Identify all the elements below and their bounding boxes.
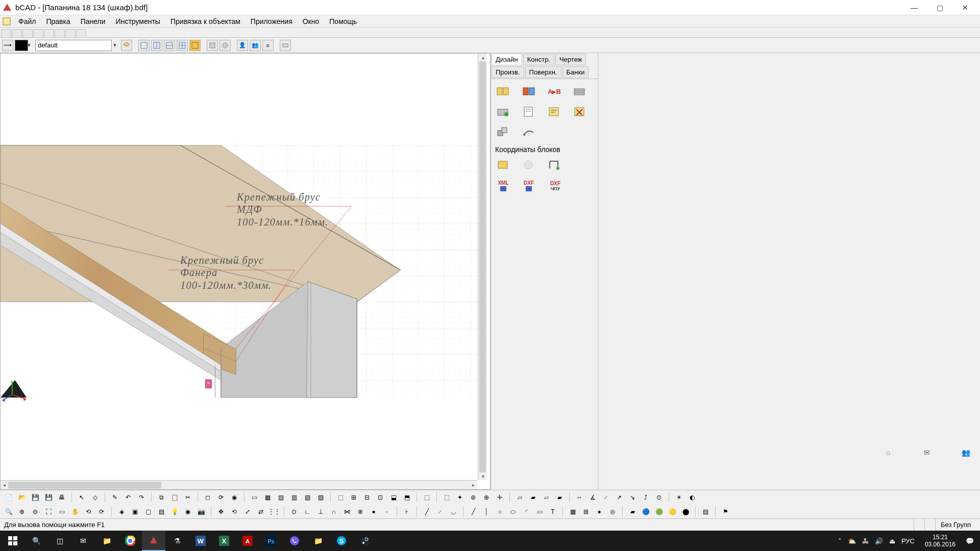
line-icon[interactable]: ╱ — [421, 506, 432, 517]
layer-icon[interactable]: ▰ — [554, 492, 565, 503]
flag-icon[interactable]: ⚑ — [720, 506, 731, 517]
select-icon[interactable]: ⬚ — [441, 492, 452, 503]
box-icon[interactable]: ▥ — [288, 492, 300, 503]
menu-help[interactable]: Помощь — [324, 16, 362, 27]
side-panel-scrollbar[interactable] — [598, 53, 607, 490]
rotate-icon[interactable]: ⟳ — [96, 506, 107, 517]
snap-icon[interactable]: ◦ — [381, 506, 393, 517]
render-button[interactable] — [207, 40, 218, 51]
view-top-icon[interactable]: ▣ — [129, 506, 140, 517]
panel-tab-drawing[interactable]: Чертеж — [555, 54, 586, 65]
vertical-scrollbar[interactable]: ▴ ▾ — [478, 54, 487, 480]
view-icon[interactable]: ◉ — [182, 506, 193, 517]
linetype-button[interactable]: ⟶ — [2, 40, 13, 51]
menu-snap[interactable]: Привязка к объектам — [165, 16, 246, 27]
select-icon[interactable]: ⊕ — [481, 492, 492, 503]
app-icon[interactable]: ⚗ — [165, 531, 189, 551]
pan-icon[interactable]: ✋ — [69, 506, 81, 517]
text-icon[interactable]: T — [547, 506, 558, 517]
task-view-icon[interactable]: ◫ — [48, 531, 71, 551]
grid-icon[interactable]: ▦ — [567, 506, 578, 517]
view-button[interactable] — [151, 40, 162, 51]
open-file-icon[interactable]: 📂 — [16, 492, 28, 503]
view-button[interactable] — [189, 40, 201, 51]
home-icon[interactable]: ⌂ — [881, 447, 895, 458]
pencil-icon[interactable]: ✎ — [109, 492, 120, 503]
scroll-left-arrow-icon[interactable]: ◂ — [1, 481, 8, 490]
doc-tab[interactable] — [22, 29, 33, 37]
camera-icon[interactable]: 📷 — [195, 506, 207, 517]
tool-button[interactable] — [495, 158, 511, 172]
dim-icon[interactable]: ↘ — [627, 492, 638, 503]
tool-button[interactable] — [521, 105, 537, 119]
snap-icon[interactable]: ⋈ — [341, 506, 353, 517]
dim-icon[interactable]: ↗ — [614, 492, 625, 503]
chrome-icon[interactable] — [118, 531, 142, 551]
view-side-icon[interactable]: ▤ — [156, 506, 167, 517]
line-icon[interactable]: │ — [481, 506, 492, 517]
tool-button[interactable] — [546, 158, 562, 172]
view-iso-icon[interactable]: ◈ — [116, 506, 127, 517]
menu-tools[interactable]: Инструменты — [111, 16, 165, 27]
panel-tab-surf[interactable]: Поверхн. — [525, 66, 561, 78]
polyline-icon[interactable]: ⟋ — [434, 506, 446, 517]
tool-button[interactable] — [521, 84, 537, 98]
snap-icon[interactable]: ⊙ — [288, 506, 300, 517]
tray-network-icon[interactable]: 🖧 — [862, 537, 869, 545]
save-all-icon[interactable]: 💾 — [43, 492, 54, 503]
snap-icon[interactable]: ∩ — [328, 506, 339, 517]
view-button[interactable] — [177, 40, 188, 51]
save-icon[interactable]: 💾 — [30, 492, 41, 503]
rotate-icon[interactable]: ⟲ — [83, 506, 94, 517]
light-icon[interactable]: ☀ — [673, 492, 684, 503]
eraser-icon[interactable]: ◇ — [89, 492, 101, 503]
scale-icon[interactable]: ⤢ — [242, 506, 253, 517]
layer-icon[interactable]: ▱ — [514, 492, 525, 503]
tool-button[interactable] — [495, 125, 511, 139]
array-icon[interactable]: ⋮⋮ — [268, 506, 280, 517]
crosshair-icon[interactable]: ✛ — [494, 492, 505, 503]
menu-panels[interactable]: Панели — [76, 16, 111, 27]
lock-button[interactable]: 👥 — [250, 40, 261, 51]
align-icon[interactable]: ⬓ — [388, 492, 399, 503]
photoshop-icon[interactable]: Ps — [259, 531, 283, 551]
align-icon[interactable]: ⬚ — [335, 492, 346, 503]
tray-volume-icon[interactable]: 🔊 — [875, 537, 883, 545]
line-icon[interactable]: ╱ — [468, 506, 479, 517]
dim-icon[interactable]: ⟋ — [600, 492, 611, 503]
sphere-icon[interactable]: 🟡 — [667, 506, 678, 517]
move-icon[interactable]: ✥ — [215, 506, 227, 517]
mail-app-icon[interactable]: ✉ — [71, 531, 95, 551]
align-icon[interactable]: ⊟ — [361, 492, 373, 503]
dropdown-arrow-icon[interactable]: ▼ — [27, 42, 32, 48]
tray-cloud-icon[interactable]: ⛅ — [848, 537, 856, 545]
doc-tab[interactable] — [12, 29, 22, 37]
new-file-icon[interactable]: 📄 — [3, 492, 14, 503]
excel-icon[interactable]: X — [212, 531, 236, 551]
group-icon[interactable]: 👥 — [959, 447, 973, 458]
panel-tab-banks[interactable]: Банки — [562, 66, 589, 78]
rotate-obj-icon[interactable]: ⟲ — [229, 506, 240, 517]
tray-language[interactable]: РУС — [901, 537, 915, 545]
paste-icon[interactable]: 📋 — [169, 492, 180, 503]
dim-linear-icon[interactable]: ⊦ — [401, 506, 412, 517]
doc-tab[interactable] — [65, 29, 76, 37]
doc-tab[interactable] — [1, 29, 11, 37]
pdf-icon[interactable]: A — [236, 531, 259, 551]
snap-icon[interactable]: ∟ — [302, 506, 313, 517]
tool-button[interactable] — [521, 158, 537, 172]
dropdown-arrow-icon[interactable]: ▼ — [112, 42, 117, 48]
arc-icon[interactable]: ◡ — [448, 506, 459, 517]
menu-window[interactable]: Окно — [298, 16, 325, 27]
doc-tab[interactable] — [76, 29, 86, 37]
box-icon[interactable]: ▦ — [262, 492, 273, 503]
tool-button[interactable] — [521, 125, 537, 139]
print-icon[interactable]: 🖶 — [56, 492, 67, 503]
tray-clock[interactable]: 15:21 03.06.2016 — [921, 534, 960, 548]
snap-icon[interactable]: ⊥ — [315, 506, 326, 517]
word-icon[interactable]: W — [189, 531, 212, 551]
select-icon[interactable]: ✦ — [454, 492, 465, 503]
grid-icon[interactable]: ⊞ — [580, 506, 592, 517]
doc-tab[interactable] — [55, 29, 65, 37]
panel-tab-constr[interactable]: Констр. — [523, 54, 554, 65]
